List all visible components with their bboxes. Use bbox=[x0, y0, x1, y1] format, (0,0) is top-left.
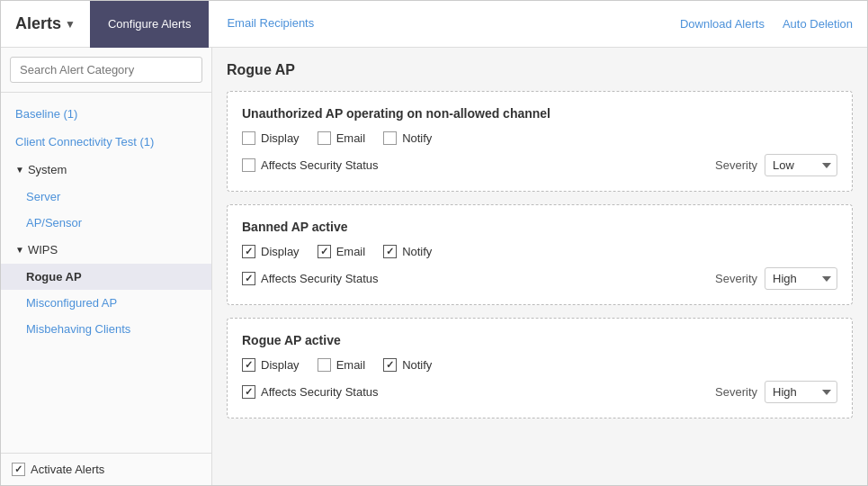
alert-card-0: Unauthorized AP operating on non-allowed… bbox=[227, 91, 853, 192]
tab-configure-alerts[interactable]: Configure Alerts bbox=[90, 1, 210, 48]
alert-card-2-display[interactable]: Display bbox=[242, 358, 300, 372]
sidebar-item-baseline[interactable]: Baseline (1) bbox=[1, 100, 211, 128]
alert-card-0-notify[interactable]: Notify bbox=[383, 131, 432, 145]
sidebar-group-system[interactable]: ▼ System bbox=[1, 156, 211, 184]
alert-card-0-row2: Affects Security Status Severity Low Med… bbox=[242, 154, 837, 176]
affects-security-label-1: Affects Security Status bbox=[261, 272, 379, 285]
alert-card-0-email[interactable]: Email bbox=[318, 131, 366, 145]
alert-card-0-display[interactable]: Display bbox=[242, 131, 300, 145]
auto-deletion-link[interactable]: Auto Deletion bbox=[783, 17, 853, 31]
alert-card-1-email[interactable]: Email bbox=[318, 245, 366, 258]
alert-card-1-severity: Severity Low Medium High bbox=[715, 267, 837, 290]
severity-label: Severity bbox=[715, 158, 757, 172]
sidebar-list: Baseline (1) Client Connectivity Test (1… bbox=[1, 93, 211, 453]
header: Alerts ▼ Configure Alerts Email Recipien… bbox=[1, 1, 867, 48]
alert-card-0-title: Unauthorized AP operating on non-allowed… bbox=[242, 106, 837, 121]
alert-card-2-severity: Severity Low Medium High bbox=[715, 381, 837, 403]
email-label-2: Email bbox=[336, 358, 366, 372]
sidebar: Baseline (1) Client Connectivity Test (1… bbox=[1, 48, 212, 485]
alert-card-0-affects-security-checkbox[interactable] bbox=[242, 158, 255, 172]
sidebar-item-misbehaving-clients[interactable]: Misbehaving Clients bbox=[1, 316, 211, 342]
display-label-1: Display bbox=[261, 245, 300, 258]
main-content: Rogue AP Unauthorized AP operating on no… bbox=[212, 48, 867, 485]
notify-label: Notify bbox=[402, 131, 432, 145]
alert-card-1-affects-security-checkbox[interactable] bbox=[242, 272, 255, 285]
severity-label-2: Severity bbox=[715, 385, 757, 399]
alert-card-1-title: Banned AP active bbox=[242, 220, 837, 234]
activate-alerts-checkbox[interactable] bbox=[12, 463, 25, 476]
search-box bbox=[1, 48, 211, 93]
alert-card-2-notify[interactable]: Notify bbox=[383, 358, 432, 372]
sidebar-item-misconfigured-ap[interactable]: Misconfigured AP bbox=[1, 290, 211, 316]
title-dropdown-arrow[interactable]: ▼ bbox=[65, 18, 76, 31]
alert-card-1-notify-checkbox[interactable] bbox=[383, 245, 397, 258]
alert-card-1-display[interactable]: Display bbox=[242, 245, 300, 258]
alert-card-0-affects-security[interactable]: Affects Security Status bbox=[242, 158, 379, 172]
sidebar-item-client-connectivity[interactable]: Client Connectivity Test (1) bbox=[1, 128, 211, 156]
alert-card-2-options: Display Email Notify bbox=[242, 358, 837, 372]
alert-card-1-row2: Affects Security Status Severity Low Med… bbox=[242, 267, 837, 290]
sidebar-group-wips[interactable]: ▼ WIPS bbox=[1, 236, 211, 264]
alert-card-1-display-checkbox[interactable] bbox=[242, 245, 255, 258]
severity-label-1: Severity bbox=[715, 272, 757, 285]
alert-card-1-options: Display Email Notify bbox=[242, 245, 837, 258]
alert-card-0-severity: Severity Low Medium High bbox=[715, 154, 837, 176]
alert-card-1-notify[interactable]: Notify bbox=[383, 245, 432, 258]
alert-card-1-severity-select[interactable]: Low Medium High bbox=[765, 267, 837, 290]
title-text: Alerts bbox=[15, 14, 61, 33]
alert-card-2: Rogue AP active Display Email Notify bbox=[227, 318, 853, 418]
search-input[interactable] bbox=[10, 57, 202, 83]
notify-label-1: Notify bbox=[402, 245, 432, 258]
alert-card-2-affects-security[interactable]: Affects Security Status bbox=[242, 385, 379, 399]
alert-card-2-affects-security-checkbox[interactable] bbox=[242, 385, 255, 399]
display-label-2: Display bbox=[261, 358, 300, 372]
alert-card-0-notify-checkbox[interactable] bbox=[383, 131, 397, 145]
alert-card-2-email[interactable]: Email bbox=[318, 358, 366, 372]
sidebar-item-server[interactable]: Server bbox=[1, 184, 211, 210]
alert-card-0-severity-select[interactable]: Low Medium High bbox=[765, 154, 837, 176]
wips-arrow-icon: ▼ bbox=[15, 245, 24, 255]
activate-alerts-label: Activate Alerts bbox=[31, 463, 104, 476]
alert-card-2-display-checkbox[interactable] bbox=[242, 358, 255, 372]
app-container: Alerts ▼ Configure Alerts Email Recipien… bbox=[0, 0, 868, 486]
alert-card-1-affects-security[interactable]: Affects Security Status bbox=[242, 272, 379, 285]
affects-security-label-2: Affects Security Status bbox=[261, 385, 379, 399]
header-right: Download Alerts Auto Deletion bbox=[680, 17, 853, 31]
header-left: Alerts ▼ Configure Alerts Email Recipien… bbox=[15, 1, 332, 48]
alert-card-0-options: Display Email Notify bbox=[242, 131, 837, 145]
sidebar-item-ap-sensor[interactable]: AP/Sensor bbox=[1, 210, 211, 236]
display-label: Display bbox=[261, 131, 300, 145]
alert-card-2-email-checkbox[interactable] bbox=[318, 358, 331, 372]
alert-card-2-row2: Affects Security Status Severity Low Med… bbox=[242, 381, 837, 403]
sidebar-item-rogue-ap[interactable]: Rogue AP bbox=[1, 264, 211, 290]
email-label: Email bbox=[336, 131, 366, 145]
alert-card-0-email-checkbox[interactable] bbox=[318, 131, 331, 145]
alert-card-1-email-checkbox[interactable] bbox=[318, 245, 331, 258]
tab-email-recipients[interactable]: Email Recipients bbox=[209, 1, 332, 48]
email-label-1: Email bbox=[336, 245, 366, 258]
alert-card-2-notify-checkbox[interactable] bbox=[383, 358, 397, 372]
sidebar-footer: Activate Alerts bbox=[1, 453, 211, 485]
alert-card-2-severity-select[interactable]: Low Medium High bbox=[765, 381, 837, 403]
affects-security-label: Affects Security Status bbox=[261, 158, 379, 172]
section-title: Rogue AP bbox=[227, 62, 853, 78]
system-arrow-icon: ▼ bbox=[15, 165, 24, 175]
download-alerts-link[interactable]: Download Alerts bbox=[680, 17, 765, 31]
alert-card-1: Banned AP active Display Email Notify bbox=[227, 204, 853, 305]
alert-card-0-display-checkbox[interactable] bbox=[242, 131, 255, 145]
body: Baseline (1) Client Connectivity Test (1… bbox=[1, 48, 867, 485]
app-title: Alerts ▼ bbox=[15, 14, 76, 33]
alert-card-2-title: Rogue AP active bbox=[242, 333, 837, 347]
notify-label-2: Notify bbox=[402, 358, 432, 372]
